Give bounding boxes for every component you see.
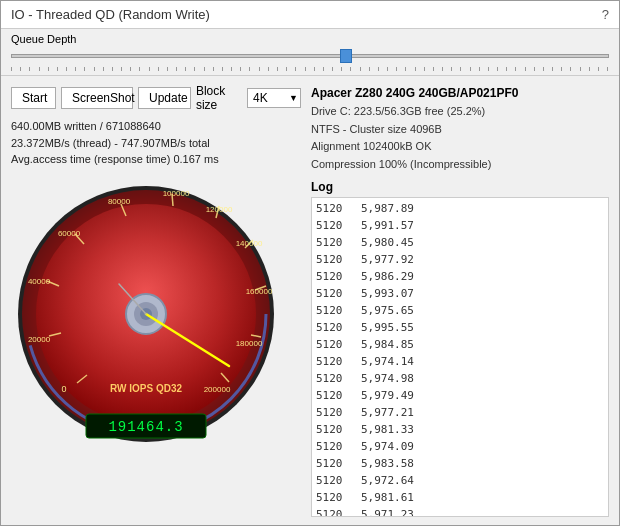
slider-tick <box>39 67 40 71</box>
slider-tick <box>259 67 260 71</box>
tick <box>589 67 590 71</box>
log-col-queue: 5120 <box>316 404 351 421</box>
log-col-iops: 5,980.45 <box>361 234 414 251</box>
tick <box>580 67 581 71</box>
device-compression: Compression 100% (Incompressible) <box>311 156 609 174</box>
tick <box>387 67 388 71</box>
start-button[interactable]: Start <box>11 87 56 109</box>
stats-section: 640.00MB written / 671088640 23.372MB/s … <box>11 118 301 168</box>
log-col-iops: 5,981.33 <box>361 421 414 438</box>
log-row: 51205,981.61 <box>316 489 604 506</box>
tick <box>598 67 599 71</box>
tick <box>534 67 535 71</box>
slider-tick <box>305 67 306 71</box>
log-col-iops: 5,987.89 <box>361 200 414 217</box>
device-name: Apacer Z280 240G 240GB/AP021PF0 <box>311 84 609 103</box>
log-col-iops: 5,981.61 <box>361 489 414 506</box>
slider-tick <box>139 67 140 71</box>
slider-tick <box>268 67 269 71</box>
tick <box>314 67 315 71</box>
log-col-iops: 5,983.58 <box>361 455 414 472</box>
slider-tick <box>194 67 195 71</box>
gauge-container: 191464.3 <box>11 174 281 444</box>
svg-line-26 <box>172 194 173 206</box>
tick <box>433 67 434 71</box>
content-area: Start ScreenShot Update Block size 512B … <box>1 76 619 525</box>
queue-depth-slider-container[interactable] <box>11 47 609 65</box>
tick <box>479 67 480 71</box>
log-col-iops: 5,974.09 <box>361 438 414 455</box>
svg-text:80000: 80000 <box>108 197 131 206</box>
title-bar: IO - Threaded QD (Random Write) ? <box>1 1 619 29</box>
log-col-iops: 5,984.85 <box>361 336 414 353</box>
log-col-iops: 5,975.65 <box>361 302 414 319</box>
tick <box>442 67 443 71</box>
slider-tick <box>213 67 214 71</box>
slider-thumb[interactable] <box>340 49 352 63</box>
tick <box>396 67 397 71</box>
log-row: 51205,981.33 <box>316 421 604 438</box>
svg-text:100000: 100000 <box>163 189 190 198</box>
tick <box>488 67 489 71</box>
log-row: 51205,972.64 <box>316 472 604 489</box>
right-panel: Apacer Z280 240G 240GB/AP021PF0 Drive C:… <box>311 84 609 517</box>
log-col-iops: 5,977.92 <box>361 251 414 268</box>
queue-depth-section: Queue Depth // Generate ticks inline doc… <box>1 29 619 76</box>
tick <box>607 67 608 71</box>
log-col-queue: 5120 <box>316 438 351 455</box>
log-col-queue: 5120 <box>316 387 351 404</box>
stat-speed: 23.372MB/s (thread) - 747.907MB/s total <box>11 135 301 152</box>
slider-tick <box>231 67 232 71</box>
block-size-select[interactable]: 512B 1K 2K 4K 8K 16K 32K 64K <box>247 88 301 108</box>
slider-tick <box>103 67 104 71</box>
slider-tick <box>75 67 76 71</box>
log-col-queue: 5120 <box>316 336 351 353</box>
tick <box>525 67 526 71</box>
svg-text:0: 0 <box>61 384 66 394</box>
log-col-queue: 5120 <box>316 302 351 319</box>
log-row: 51205,974.09 <box>316 438 604 455</box>
slider-tick <box>57 67 58 71</box>
log-container[interactable]: 51205,987.8951205,991.5751205,980.455120… <box>311 197 609 517</box>
slider-tick <box>240 67 241 71</box>
slider-tick <box>20 67 21 71</box>
slider-tick <box>222 67 223 71</box>
device-drive: Drive C: 223.5/56.3GB free (25.2%) <box>311 103 609 121</box>
log-row: 51205,991.57 <box>316 217 604 234</box>
log-row: 51205,987.89 <box>316 200 604 217</box>
slider-tick <box>295 67 296 71</box>
log-col-queue: 5120 <box>316 489 351 506</box>
slider-tick <box>66 67 67 71</box>
log-col-iops: 5,972.64 <box>361 472 414 489</box>
tick <box>451 67 452 71</box>
help-button[interactable]: ? <box>602 7 609 22</box>
log-row: 51205,980.45 <box>316 234 604 251</box>
log-row: 51205,977.21 <box>316 404 604 421</box>
left-panel: Start ScreenShot Update Block size 512B … <box>11 84 301 517</box>
log-row: 51205,986.29 <box>316 268 604 285</box>
log-row: 51205,995.55 <box>316 319 604 336</box>
button-row: Start ScreenShot Update Block size 512B … <box>11 84 301 112</box>
update-button[interactable]: Update <box>138 87 191 109</box>
screenshot-button[interactable]: ScreenShot <box>61 87 133 109</box>
log-col-queue: 5120 <box>316 234 351 251</box>
tick <box>360 67 361 71</box>
slider-tick <box>48 67 49 71</box>
tick <box>378 67 379 71</box>
svg-text:20000: 20000 <box>28 335 51 344</box>
log-col-iops: 5,971.23 <box>361 506 414 517</box>
slider-ticks: // Generate ticks inline document.addEve… <box>11 67 609 71</box>
slider-tick <box>286 67 287 71</box>
slider-tick <box>149 67 150 71</box>
tick <box>561 67 562 71</box>
log-col-queue: 5120 <box>316 285 351 302</box>
slider-tick <box>130 67 131 71</box>
log-row: 51205,979.49 <box>316 387 604 404</box>
log-col-iops: 5,974.14 <box>361 353 414 370</box>
slider-tick <box>121 67 122 71</box>
log-col-queue: 5120 <box>316 506 351 517</box>
log-row: 51205,983.58 <box>316 455 604 472</box>
slider-tick <box>204 67 205 71</box>
main-window: IO - Threaded QD (Random Write) ? Queue … <box>0 0 620 526</box>
log-col-queue: 5120 <box>316 455 351 472</box>
